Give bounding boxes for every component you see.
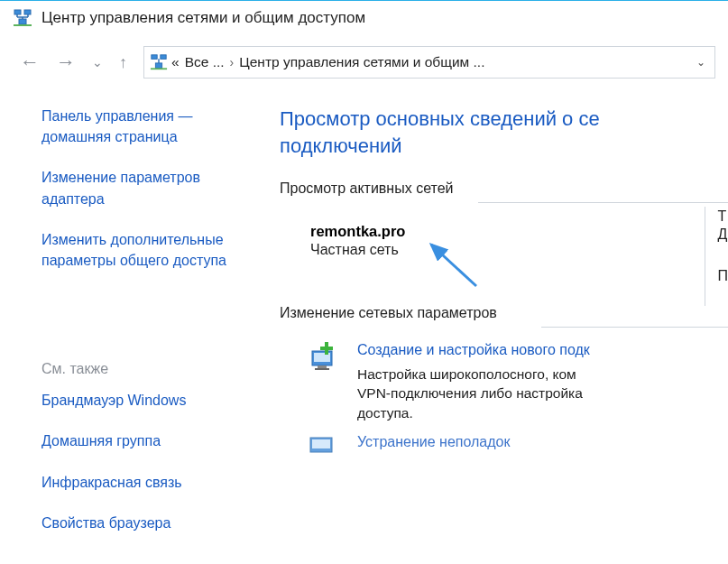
network-type: Частная сеть [310,242,728,258]
sidebar-homegroup-link[interactable]: Домашняя группа [41,430,258,451]
sidebar: Панель управления — домашняя страница Из… [0,106,280,553]
page-heading-line1: Просмотр основных сведений о се [280,107,600,130]
titlebar: Центр управления сетями и общим доступом [0,1,728,41]
svg-rect-7 [14,24,32,26]
main-panel: Просмотр основных сведений о се подключе… [280,106,728,553]
change-settings-label: Изменение сетевых параметров [280,305,728,321]
svg-rect-1 [24,10,31,14]
svg-rect-10 [155,63,161,68]
nav-up-icon[interactable]: ↑ [119,54,127,70]
task-new-connection-desc: Настройка широкополосного, ком VPN-подкл… [357,365,590,423]
active-network-block: remontka.pro Частная сеть Т Д П [280,223,728,258]
active-networks-label: Просмотр активных сетей [280,180,728,197]
task-troubleshoot: Устранение неполадок [280,432,728,469]
svg-rect-17 [315,368,329,370]
task-new-connection-text: Создание и настройка нового подк Настрой… [357,340,590,422]
task-new-connection: Создание и настройка нового подк Настрой… [280,340,728,422]
window-title: Центр управления сетями и общим доступом [41,9,365,27]
svg-rect-16 [318,365,327,368]
task-troubleshoot-text: Устранение неполадок [357,432,510,469]
network-name: remontka.pro [310,223,728,240]
svg-rect-19 [320,347,333,350]
svg-rect-8 [152,55,157,60]
sidebar-firewall-link[interactable]: Брандмауэр Windows [41,390,258,411]
sidebar-infrared-link[interactable]: Инфракрасная связь [41,472,258,493]
right-clip-column: Т Д П [705,207,729,306]
section-rule [478,202,728,203]
sidebar-browser-link[interactable]: Свойства браузера [41,513,258,533]
content-body: Панель управления — домашняя страница Из… [0,91,728,553]
breadcrumb-seg-current[interactable]: Центр управления сетями и общим ... [239,54,484,70]
page-heading: Просмотр основных сведений о се подключе… [280,106,728,159]
svg-rect-9 [161,55,166,60]
sidebar-home-link[interactable]: Панель управления — домашняя страница [41,106,258,147]
section-rule-2 [541,327,728,328]
new-connection-icon [307,340,341,422]
task-new-connection-link[interactable]: Создание и настройка нового подк [357,342,590,357]
sidebar-adapter-link[interactable]: Изменение параметров адаптера [41,167,258,208]
breadcrumb-seg-all[interactable]: Все ... [185,54,225,70]
nav-back-icon[interactable]: ← [20,52,40,72]
navigation-row: ← → ⌄ ↑ « Все ... › Центр управления сет… [0,41,728,91]
sidebar-see-also-heading: См. также [41,361,258,377]
svg-rect-12 [151,68,167,69]
nav-forward-icon[interactable]: → [56,52,76,72]
sidebar-sharing-link[interactable]: Изменить дополнительные параметры общего… [41,229,258,271]
address-bar[interactable]: « Все ... › Центр управления сетями и об… [143,46,715,79]
svg-rect-0 [14,10,21,14]
page-heading-line2: подключений [280,134,402,157]
svg-rect-21 [312,439,330,448]
breadcrumb-prefix: « [171,54,180,70]
breadcrumb-sep-icon[interactable]: › [225,55,240,69]
clip-text-t: Т [718,208,729,225]
clip-text-p: П [718,268,729,284]
task-troubleshoot-link[interactable]: Устранение неполадок [357,434,510,449]
nav-recent-chevron-icon[interactable]: ⌄ [92,56,103,69]
clip-text-d: Д [718,227,729,243]
troubleshoot-icon [307,432,341,469]
addressbar-dropdown-icon[interactable]: ⌄ [696,56,709,69]
svg-rect-2 [19,19,26,24]
network-center-icon [13,8,32,28]
network-center-icon [150,53,168,71]
